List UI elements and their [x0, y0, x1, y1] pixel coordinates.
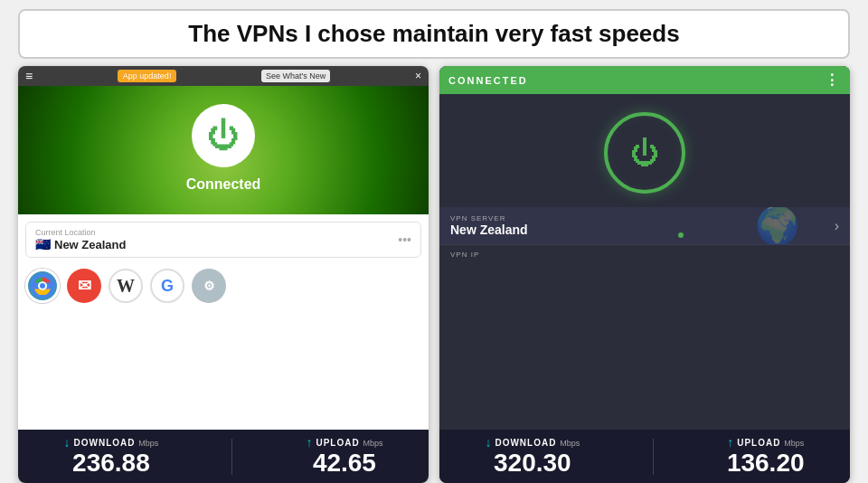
notification-badge: App updated! [118, 70, 177, 82]
speed-divider [231, 439, 232, 475]
flag-icon: 🇳🇿 [35, 237, 51, 251]
power-ring-icon: ⏻ [630, 137, 659, 170]
vpn-server-name: New Zealand [450, 223, 528, 237]
page-title: The VPNs I chose maintain very fast spee… [38, 20, 830, 48]
left-hero: ⏻ Connected [18, 86, 429, 214]
download-arrow: ↓ [64, 435, 71, 450]
see-new-button[interactable]: See What's New [261, 70, 330, 82]
right-download-value: 320.30 [494, 450, 571, 478]
download-value: 236.88 [72, 450, 150, 478]
right-download-section: ↓ DOWNLOAD Mbps 320.30 [485, 435, 580, 478]
right-upload-arrow: ↑ [727, 435, 733, 450]
right-upload-label-row: ↑ UPLOAD Mbps [727, 435, 804, 450]
right-upload-section: ↑ UPLOAD Mbps 136.20 [727, 435, 805, 478]
location-bar[interactable]: Current Location 🇳🇿 New Zealand ••• [25, 222, 421, 258]
app-icons-row: ✉ W G ⚙ [25, 269, 421, 303]
settings-icon-symbol: ⚙ [203, 279, 215, 293]
left-top-bar: ≡ App updated! See What's New × [18, 66, 429, 86]
right-download-arrow: ↓ [485, 435, 491, 450]
right-download-label: DOWNLOAD Mbps [495, 438, 580, 448]
more-options-icon[interactable]: ⋮ [825, 71, 841, 89]
right-upload-label: UPLOAD Mbps [737, 438, 804, 448]
left-phone-card: ≡ App updated! See What's New × ⏻ Connec… [18, 66, 429, 483]
upload-arrow: ↑ [306, 435, 312, 450]
chrome-app-icon[interactable] [25, 269, 60, 303]
vpn-server-label: VPN SERVER [450, 214, 528, 223]
upload-unit: Mbps [363, 439, 382, 448]
server-section[interactable]: VPN SERVER New Zealand 🌍 › [439, 207, 850, 244]
right-download-unit: Mbps [560, 439, 580, 448]
connection-dot [678, 232, 684, 238]
download-label: DOWNLOAD Mbps [74, 438, 159, 448]
vpn-ip-label: VPN IP [450, 251, 839, 259]
right-download-label-row: ↓ DOWNLOAD Mbps [485, 435, 580, 450]
options-icon[interactable]: ••• [398, 232, 411, 247]
upload-section: ↑ UPLOAD Mbps 42.65 [306, 435, 382, 478]
left-speed-bar: ↓ DOWNLOAD Mbps 236.88 ↑ UPLOAD Mbps 42.… [18, 430, 429, 483]
download-unit: Mbps [138, 439, 158, 448]
location-name: 🇳🇿 New Zealand [35, 237, 126, 251]
right-hero: ⏻ [439, 94, 850, 207]
vpn-ip-section: VPN IP [439, 244, 850, 264]
power-ring-button[interactable]: ⏻ [604, 112, 685, 194]
download-label-row: ↓ DOWNLOAD Mbps [64, 435, 159, 450]
settings-app-icon[interactable]: ⚙ [192, 269, 226, 303]
right-upload-unit: Mbps [784, 439, 804, 448]
wiki-icon-symbol: W [117, 276, 135, 297]
download-section: ↓ DOWNLOAD Mbps 236.88 [64, 435, 159, 478]
gmail-icon-symbol: ✉ [78, 276, 91, 296]
right-top-bar: CONNECTED ⋮ [439, 66, 850, 94]
connected-text: CONNECTED [448, 75, 528, 86]
svg-point-2 [40, 283, 45, 289]
google-app-icon[interactable]: G [150, 269, 184, 303]
right-speed-divider [653, 439, 654, 475]
location-info: Current Location 🇳🇿 New Zealand [35, 228, 126, 251]
upload-label-row: ↑ UPLOAD Mbps [306, 435, 382, 450]
wikipedia-app-icon[interactable]: W [108, 269, 143, 303]
upload-label: UPLOAD Mbps [316, 438, 382, 448]
upload-value: 42.65 [313, 450, 376, 478]
connected-label: Connected [186, 176, 261, 193]
chevron-right-icon[interactable]: › [835, 218, 839, 234]
title-banner: The VPNs I chose maintain very fast spee… [18, 9, 850, 59]
right-upload-value: 136.20 [727, 450, 805, 478]
map-background: 🌍 [732, 207, 823, 244]
power-button[interactable]: ⏻ [192, 104, 255, 167]
gmail-app-icon[interactable]: ✉ [67, 269, 101, 303]
google-icon-symbol: G [161, 277, 174, 296]
right-speed-bar: ↓ DOWNLOAD Mbps 320.30 ↑ UPLOAD Mbps 136… [439, 430, 850, 483]
power-icon: ⏻ [207, 119, 240, 152]
content-row: ≡ App updated! See What's New × ⏻ Connec… [18, 66, 850, 483]
right-phone-card: CONNECTED ⋮ ⏻ VPN SERVER New Zealand 🌍 ›… [439, 66, 850, 483]
country-name: New Zealand [54, 238, 126, 251]
close-icon[interactable]: × [415, 70, 421, 82]
menu-icon[interactable]: ≡ [25, 70, 33, 82]
current-location-label: Current Location [35, 228, 126, 237]
server-info: VPN SERVER New Zealand [450, 214, 528, 237]
